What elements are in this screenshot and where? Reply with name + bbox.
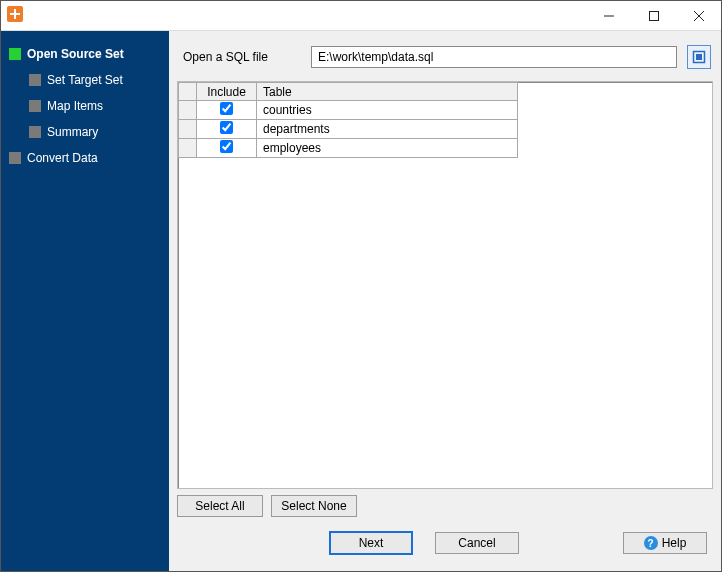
step-box-icon: [29, 126, 41, 138]
maximize-icon: [649, 11, 659, 21]
browse-icon: [692, 50, 706, 64]
table-row[interactable]: countries: [179, 101, 518, 120]
titlebar-left: [1, 6, 23, 25]
corner-header: [179, 83, 197, 101]
row-header[interactable]: [179, 139, 197, 158]
wizard-footer: Next Cancel ? Help: [175, 523, 715, 565]
titlebar: [1, 1, 721, 31]
table-row[interactable]: departments: [179, 120, 518, 139]
step-box-icon: [9, 152, 21, 164]
wizard-step-1[interactable]: Set Target Set: [7, 67, 163, 93]
step-label: Open Source Set: [27, 47, 124, 61]
file-row: Open a SQL file: [175, 37, 715, 81]
include-checkbox[interactable]: [220, 102, 233, 115]
row-header[interactable]: [179, 120, 197, 139]
help-icon: ?: [644, 536, 658, 550]
table-name-cell[interactable]: employees: [257, 139, 518, 158]
select-all-button[interactable]: Select All: [177, 495, 263, 517]
table-name-cell[interactable]: countries: [257, 101, 518, 120]
step-box-icon: [29, 74, 41, 86]
step-label: Map Items: [47, 99, 103, 113]
content: Open Source SetSet Target SetMap ItemsSu…: [1, 31, 721, 571]
include-checkbox[interactable]: [220, 140, 233, 153]
selection-buttons: Select All Select None: [175, 489, 715, 523]
wizard-sidebar: Open Source SetSet Target SetMap ItemsSu…: [1, 31, 169, 571]
table-row[interactable]: employees: [179, 139, 518, 158]
open-file-label: Open a SQL file: [183, 50, 301, 64]
help-button[interactable]: ? Help: [623, 532, 707, 554]
wizard-step-0[interactable]: Open Source Set: [7, 41, 163, 67]
step-label: Set Target Set: [47, 73, 123, 87]
browse-button[interactable]: [687, 45, 711, 69]
minimize-icon: [604, 11, 614, 21]
main-panel: Open a SQL file Include Table countr: [169, 31, 721, 571]
include-cell: [197, 120, 257, 139]
maximize-button[interactable]: [631, 1, 676, 31]
wizard-step-4[interactable]: Convert Data: [7, 145, 163, 171]
include-cell: [197, 101, 257, 120]
table-header[interactable]: Table: [257, 83, 518, 101]
svg-rect-1: [649, 11, 658, 20]
svg-rect-5: [696, 54, 702, 60]
next-button[interactable]: Next: [329, 531, 413, 555]
minimize-button[interactable]: [586, 1, 631, 31]
close-button[interactable]: [676, 1, 721, 31]
include-checkbox[interactable]: [220, 121, 233, 134]
wizard-step-2[interactable]: Map Items: [7, 93, 163, 119]
file-path-input[interactable]: [311, 46, 677, 68]
help-label: Help: [662, 536, 687, 550]
include-header[interactable]: Include: [197, 83, 257, 101]
step-label: Convert Data: [27, 151, 98, 165]
app-icon: [7, 6, 23, 22]
table-name-cell[interactable]: departments: [257, 120, 518, 139]
close-icon: [694, 11, 704, 21]
row-header[interactable]: [179, 101, 197, 120]
wizard-step-3[interactable]: Summary: [7, 119, 163, 145]
step-label: Summary: [47, 125, 98, 139]
window-controls: [586, 1, 721, 31]
step-box-icon: [29, 100, 41, 112]
select-none-button[interactable]: Select None: [271, 495, 357, 517]
step-box-icon: [9, 48, 21, 60]
include-cell: [197, 139, 257, 158]
cancel-button[interactable]: Cancel: [435, 532, 519, 554]
tables-table: Include Table countriesdepartmentsemploy…: [178, 82, 518, 158]
tables-grid[interactable]: Include Table countriesdepartmentsemploy…: [177, 81, 713, 489]
